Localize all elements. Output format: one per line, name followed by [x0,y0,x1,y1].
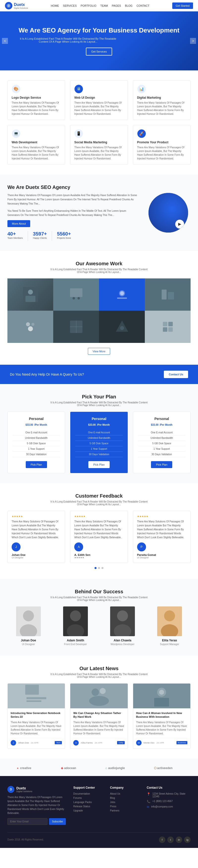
company-link-2[interactable]: Jobs [110,801,140,804]
instagram-icon[interactable]: ig [184,837,191,843]
plan-name-1: Personal [75,417,122,421]
testimonial-dots [7,567,191,569]
service-title-5: Promote Your Product [137,141,186,144]
support-link-4[interactable]: Upgrade [73,809,103,812]
team-role-3: Support Manager [160,643,179,646]
news-article-0: Introducing New Generation Notebook Seri… [7,683,65,749]
footer: D Duetx Digital Solutions There Are Many… [0,776,198,848]
nav-home[interactable]: HOME [51,4,59,7]
news-date-1: 24 APR [94,742,102,744]
company-link-1[interactable]: Blog [110,797,140,799]
facebook-icon[interactable]: f [159,837,165,843]
team-title: Behind Our Success [7,589,191,594]
news-meta-1: A Alika Farres 24 APR Unity [73,738,124,746]
news-author-2: Monte Alex [144,742,155,744]
service-icon-5: 🚀 [137,129,146,138]
service-icon-0: 🎨 [12,85,21,93]
email-icon: ✉ [147,805,149,809]
feature-2-4: 30 Days Validation [138,452,185,457]
feature-0-1: Unlimited Bandwidth [13,435,60,441]
pricing-section: Pick Your Plan It Is A Long Established … [0,384,198,483]
get-started-button[interactable]: Get Started [172,2,193,9]
support-link-3[interactable]: Release Status [73,805,103,808]
footer-phone: 📞 +1 (800) 123 4567 [147,800,191,803]
about-title: We Are Duetx SEO Agency [7,184,138,190]
pick-plan-button-2[interactable]: Pick Plan [151,461,172,468]
portfolio-item-7[interactable] [145,311,191,343]
contact-us-button[interactable]: Contact Us [164,371,188,378]
feature-2-0: One E-mail Account [138,430,185,435]
about-text: We Are Duetx SEO Agency There Are Many V… [7,184,138,241]
svg-rect-14 [162,289,166,300]
nav-team[interactable]: TEAM [100,4,108,7]
support-link-0[interactable]: Documentation [73,793,103,795]
nav-portfolio[interactable]: PORTFOLIO [81,4,96,7]
hero-next-button[interactable]: > [190,38,196,44]
svg-rect-45 [25,685,39,695]
about-section: We Are Duetx SEO Agency There Are Many V… [0,175,198,251]
svg-text:●: ● [17,766,18,770]
support-link-1[interactable]: Forums [73,797,103,799]
nav-pages[interactable]: PAGES [112,4,121,7]
team-role-1: Front End Developer [64,643,87,646]
dot-2[interactable] [102,567,104,569]
company-link-0[interactable]: About Us [110,793,140,795]
portfolio-item-5[interactable] [53,311,99,343]
hero-prev-button[interactable]: < [2,38,8,44]
nav-blog[interactable]: BLOG [125,4,133,7]
social-icons: f t in ig [159,837,191,843]
testimonials-grid: ★★★★★ There Are Many Solutions Of Passag… [7,511,191,563]
about-more-button[interactable]: More About [7,220,30,227]
portfolio-grid [7,278,191,343]
news-author-1: Alika Farres [81,742,92,744]
view-more-button[interactable]: View More [88,348,110,355]
footer-email: ✉ info@company.com [147,805,191,809]
linkedin-icon[interactable]: in [176,837,182,843]
phone-icon: 📞 [147,800,151,803]
company-link-4[interactable]: Partners [110,809,140,812]
portfolio-item-3[interactable] [145,278,191,311]
author-1: A. Edith Sen [74,553,123,556]
stat-value-2: 5560+ [57,231,71,237]
pick-plan-button-1[interactable]: Pick Plan [88,461,110,468]
pricing-card-2: Personal $33.00 /Per Month One E-mail Ac… [133,411,191,473]
svg-point-51 [89,696,109,706]
service-card-3: 💻 Web Development There Are Many Variati… [7,125,65,165]
dot-1[interactable] [98,567,100,569]
feature-2-2: 5 GB Disk Space [138,441,185,446]
company-link-3[interactable]: Press [110,805,140,808]
service-desc-3: There Are Many Variations Of Passages Of… [12,146,61,160]
about-desc1: There Are Many Variations Of Passages Of… [7,193,138,206]
testimonial-text-0: There Are Many Solutions Of Passages Of … [12,520,61,539]
pick-plan-button-0[interactable]: Pick Plan [26,461,47,468]
portfolio-item-2[interactable] [99,278,145,311]
plan-price-2: $33.00 /Per Month [138,422,185,427]
logo[interactable]: D Duetx Digital Solutions [5,2,28,9]
feature-2-3: 1 Year Support [138,446,185,452]
portfolio-item-6[interactable] [99,311,145,343]
portfolio-item-4[interactable] [7,311,53,343]
team-name-1: Adam Smith [54,639,96,642]
team-member-1: Adam Smith Front End Developer [54,607,96,646]
svg-point-49 [91,688,99,696]
nav-contact[interactable]: CONTACT [136,4,149,7]
avatar-1: A [74,542,83,551]
support-link-2[interactable]: Language Packs [73,801,103,804]
team-member-3: Elita Yeras Support Manager [149,607,191,646]
subscribe-input[interactable] [7,818,47,825]
twitter-icon[interactable]: t [167,837,174,843]
hero-cta-button[interactable]: Get Services [86,48,112,56]
dot-0[interactable] [94,567,96,569]
portfolio-item-0[interactable] [7,278,53,311]
svg-point-26 [120,326,124,330]
nav-services[interactable]: SERVICES [63,4,77,7]
svg-point-33 [23,611,34,621]
subscribe-button[interactable]: Subscribe [49,818,66,825]
footer-company-title: Company [110,786,140,789]
location-icon: 📍 [147,793,151,796]
portfolio-item-1[interactable] [53,278,99,311]
team-avatar-0 [16,607,41,636]
portfolio-section: Our Awesome Work It Is A Long Establishe… [0,251,198,365]
testimonial-text-2: There Are Many Solutions Of Passages Of … [137,520,186,539]
service-card-1: 🖥 Web UI Design There Are Many Variation… [70,80,128,120]
